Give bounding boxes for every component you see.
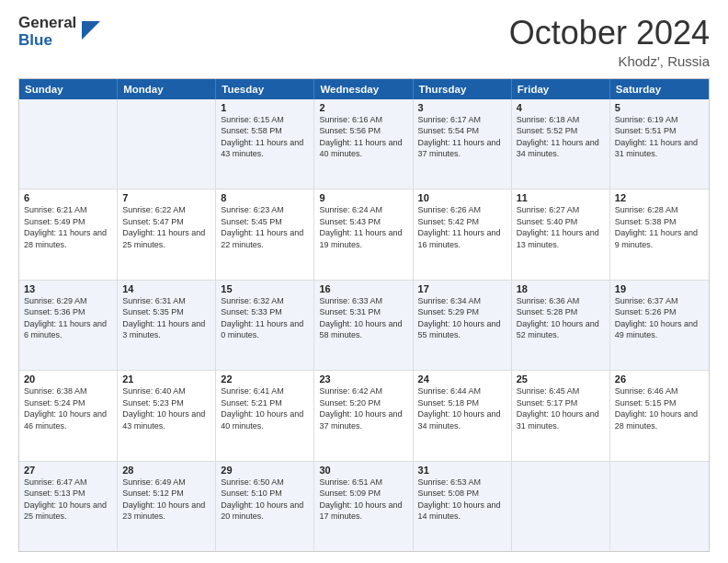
cell-info: Sunrise: 6:17 AMSunset: 5:54 PMDaylight:… xyxy=(418,114,506,160)
cal-header-day: Wednesday xyxy=(314,79,413,99)
cal-header-day: Friday xyxy=(512,79,610,99)
cell-info: Sunrise: 6:45 AMSunset: 5:17 PMDaylight:… xyxy=(517,385,605,431)
day-number: 10 xyxy=(418,192,506,203)
cell-info: Sunrise: 6:29 AMSunset: 5:36 PMDaylight:… xyxy=(24,295,112,341)
day-number: 26 xyxy=(615,373,704,385)
cell-info: Sunrise: 6:38 AMSunset: 5:24 PMDaylight:… xyxy=(24,385,112,431)
cell-info: Sunrise: 6:53 AMSunset: 5:08 PMDaylight:… xyxy=(418,477,506,523)
cell-info: Sunrise: 6:21 AMSunset: 5:49 PMDaylight:… xyxy=(24,204,112,250)
cal-header-day: Monday xyxy=(118,79,216,99)
logo: General Blue xyxy=(18,15,100,49)
cell-info: Sunrise: 6:27 AMSunset: 5:40 PMDaylight:… xyxy=(517,204,605,250)
logo-blue: Blue xyxy=(18,32,76,50)
day-number: 21 xyxy=(122,373,210,385)
calendar-cell: 27Sunrise: 6:47 AMSunset: 5:13 PMDayligh… xyxy=(19,462,118,551)
calendar-cell: 29Sunrise: 6:50 AMSunset: 5:10 PMDayligh… xyxy=(216,462,314,551)
calendar-cell: 12Sunrise: 6:28 AMSunset: 5:38 PMDayligh… xyxy=(610,190,709,279)
day-number: 17 xyxy=(418,283,506,294)
cell-info: Sunrise: 6:22 AMSunset: 5:47 PMDaylight:… xyxy=(122,204,210,250)
day-number: 24 xyxy=(418,373,506,385)
day-number: 20 xyxy=(24,373,112,385)
day-number: 23 xyxy=(319,373,407,385)
day-number: 2 xyxy=(319,102,407,113)
calendar-cell xyxy=(118,99,216,189)
calendar-cell: 22Sunrise: 6:41 AMSunset: 5:21 PMDayligh… xyxy=(216,371,314,460)
day-number: 11 xyxy=(517,192,605,203)
calendar-cell: 6Sunrise: 6:21 AMSunset: 5:49 PMDaylight… xyxy=(19,190,118,279)
calendar-body: 1Sunrise: 6:15 AMSunset: 5:58 PMDaylight… xyxy=(19,99,709,551)
calendar-week-row: 20Sunrise: 6:38 AMSunset: 5:24 PMDayligh… xyxy=(19,371,709,461)
calendar-week-row: 6Sunrise: 6:21 AMSunset: 5:49 PMDaylight… xyxy=(19,190,709,280)
day-number: 25 xyxy=(517,373,605,385)
cal-header-day: Sunday xyxy=(19,79,118,99)
calendar-cell: 31Sunrise: 6:53 AMSunset: 5:08 PMDayligh… xyxy=(414,462,512,551)
day-number: 22 xyxy=(221,373,309,385)
calendar-week-row: 1Sunrise: 6:15 AMSunset: 5:58 PMDaylight… xyxy=(19,99,709,190)
calendar-cell: 9Sunrise: 6:24 AMSunset: 5:43 PMDaylight… xyxy=(314,190,413,279)
day-number: 12 xyxy=(615,192,704,203)
cell-info: Sunrise: 6:26 AMSunset: 5:42 PMDaylight:… xyxy=(418,204,506,250)
calendar-cell: 20Sunrise: 6:38 AMSunset: 5:24 PMDayligh… xyxy=(19,371,118,460)
logo-general: General xyxy=(18,15,76,32)
calendar-cell: 14Sunrise: 6:31 AMSunset: 5:35 PMDayligh… xyxy=(118,281,216,370)
day-number: 15 xyxy=(221,283,309,294)
cell-info: Sunrise: 6:49 AMSunset: 5:12 PMDaylight:… xyxy=(122,477,210,523)
calendar-cell: 21Sunrise: 6:40 AMSunset: 5:23 PMDayligh… xyxy=(118,371,216,460)
calendar-cell: 11Sunrise: 6:27 AMSunset: 5:40 PMDayligh… xyxy=(512,190,610,279)
day-number: 9 xyxy=(319,192,407,203)
cell-info: Sunrise: 6:23 AMSunset: 5:45 PMDaylight:… xyxy=(221,204,309,250)
calendar-cell: 7Sunrise: 6:22 AMSunset: 5:47 PMDaylight… xyxy=(118,190,216,279)
day-number: 5 xyxy=(615,102,704,113)
day-number: 4 xyxy=(517,102,605,113)
calendar-cell: 28Sunrise: 6:49 AMSunset: 5:12 PMDayligh… xyxy=(118,462,216,551)
cell-info: Sunrise: 6:34 AMSunset: 5:29 PMDaylight:… xyxy=(418,295,506,341)
cal-header-day: Thursday xyxy=(414,79,512,99)
cell-info: Sunrise: 6:51 AMSunset: 5:09 PMDaylight:… xyxy=(319,477,407,523)
calendar: SundayMondayTuesdayWednesdayThursdayFrid… xyxy=(18,78,710,552)
day-number: 30 xyxy=(319,465,407,476)
day-number: 16 xyxy=(319,283,407,294)
calendar-cell: 1Sunrise: 6:15 AMSunset: 5:58 PMDaylight… xyxy=(216,99,314,189)
svg-marker-0 xyxy=(82,21,100,40)
day-number: 13 xyxy=(24,283,112,294)
calendar-cell xyxy=(512,462,610,551)
day-number: 28 xyxy=(122,465,210,476)
day-number: 6 xyxy=(24,192,112,203)
day-number: 14 xyxy=(122,283,210,294)
cell-info: Sunrise: 6:37 AMSunset: 5:26 PMDaylight:… xyxy=(615,295,704,341)
day-number: 29 xyxy=(221,465,309,476)
calendar-week-row: 13Sunrise: 6:29 AMSunset: 5:36 PMDayligh… xyxy=(19,281,709,371)
day-number: 1 xyxy=(221,102,309,113)
day-number: 18 xyxy=(517,283,605,294)
logo-triangle-icon xyxy=(82,21,100,40)
cell-info: Sunrise: 6:31 AMSunset: 5:35 PMDaylight:… xyxy=(122,295,210,341)
title-block: October 2024 Khodz', Russia xyxy=(509,15,710,69)
calendar-cell: 2Sunrise: 6:16 AMSunset: 5:56 PMDaylight… xyxy=(314,99,413,189)
calendar-cell: 23Sunrise: 6:42 AMSunset: 5:20 PMDayligh… xyxy=(314,371,413,460)
calendar-cell xyxy=(19,99,118,189)
calendar-cell: 18Sunrise: 6:36 AMSunset: 5:28 PMDayligh… xyxy=(512,281,610,370)
cell-info: Sunrise: 6:24 AMSunset: 5:43 PMDaylight:… xyxy=(319,204,407,250)
cell-info: Sunrise: 6:18 AMSunset: 5:52 PMDaylight:… xyxy=(517,114,605,160)
day-number: 7 xyxy=(122,192,210,203)
calendar-cell: 10Sunrise: 6:26 AMSunset: 5:42 PMDayligh… xyxy=(414,190,512,279)
header: General Blue October 2024 Khodz', Russia xyxy=(18,15,710,69)
logo-mark: General Blue xyxy=(18,15,76,49)
calendar-cell: 19Sunrise: 6:37 AMSunset: 5:26 PMDayligh… xyxy=(610,281,709,370)
location: Khodz', Russia xyxy=(509,53,710,69)
calendar-cell: 16Sunrise: 6:33 AMSunset: 5:31 PMDayligh… xyxy=(314,281,413,370)
calendar-week-row: 27Sunrise: 6:47 AMSunset: 5:13 PMDayligh… xyxy=(19,462,709,551)
cell-info: Sunrise: 6:15 AMSunset: 5:58 PMDaylight:… xyxy=(221,114,309,160)
day-number: 31 xyxy=(418,465,506,476)
cell-info: Sunrise: 6:36 AMSunset: 5:28 PMDaylight:… xyxy=(517,295,605,341)
calendar-cell: 26Sunrise: 6:46 AMSunset: 5:15 PMDayligh… xyxy=(610,371,709,460)
cal-header-day: Tuesday xyxy=(216,79,314,99)
day-number: 19 xyxy=(615,283,704,294)
calendar-cell: 5Sunrise: 6:19 AMSunset: 5:51 PMDaylight… xyxy=(610,99,709,189)
calendar-header: SundayMondayTuesdayWednesdayThursdayFrid… xyxy=(19,79,709,99)
cell-info: Sunrise: 6:44 AMSunset: 5:18 PMDaylight:… xyxy=(418,385,506,431)
cell-info: Sunrise: 6:16 AMSunset: 5:56 PMDaylight:… xyxy=(319,114,407,160)
cell-info: Sunrise: 6:47 AMSunset: 5:13 PMDaylight:… xyxy=(24,477,112,523)
month-title: October 2024 xyxy=(509,15,710,52)
calendar-cell: 3Sunrise: 6:17 AMSunset: 5:54 PMDaylight… xyxy=(414,99,512,189)
